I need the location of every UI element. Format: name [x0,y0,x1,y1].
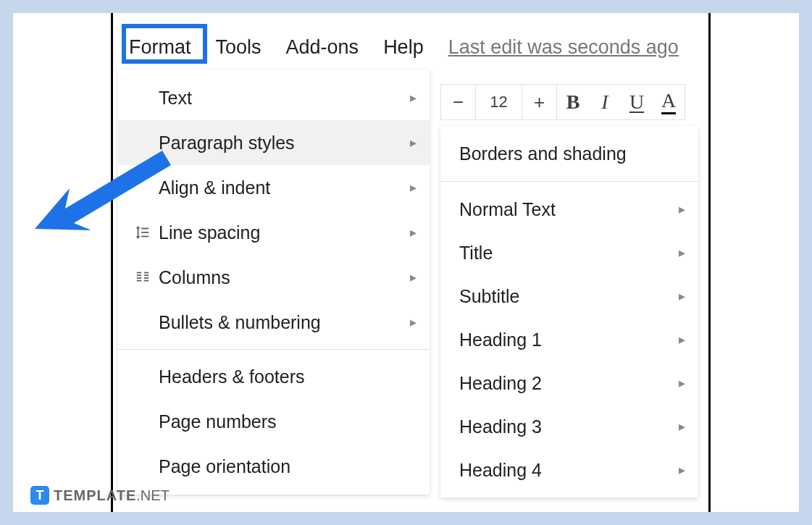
columns-icon [127,269,159,285]
underline-button[interactable]: U [621,85,653,119]
menubar: Format Tools Add-ons Help Last edit was … [123,33,685,62]
watermark-logo-icon: T [30,486,49,505]
bold-button[interactable]: B [557,85,589,119]
submenu-item-title[interactable]: Title ▸ [440,231,698,274]
submenu-arrow-icon: ▸ [410,224,417,240]
menu-item-headers-footers[interactable]: Headers & footers [118,354,430,399]
menu-label: Heading 2 [459,373,679,394]
margin-line-left [111,13,113,512]
submenu-arrow-icon: ▸ [679,375,685,391]
submenu-arrow-icon: ▸ [410,314,417,330]
menu-label: Text [159,88,410,109]
submenu-item-subtitle[interactable]: Subtitle ▸ [440,274,698,318]
last-edit-link[interactable]: Last edit was seconds ago [443,33,685,62]
font-size-input[interactable]: 12 [476,85,522,119]
submenu-arrow-icon: ▸ [679,419,685,434]
menu-item-text[interactable]: Text ▸ [118,75,430,120]
submenu-arrow-icon: ▸ [410,180,417,196]
menu-divider [440,181,698,182]
menu-label: Align & indent [159,177,410,198]
submenu-arrow-icon: ▸ [679,201,685,217]
menu-label: Page orientation [159,456,417,477]
submenu-arrow-icon: ▸ [410,90,417,106]
submenu-arrow-icon: ▸ [679,332,685,348]
submenu-arrow-icon: ▸ [679,245,685,261]
font-size-decrease-button[interactable]: − [441,85,476,119]
italic-button[interactable]: I [589,85,621,119]
menu-label: Columns [159,267,410,288]
format-dropdown-menu: Text ▸ Paragraph styles ▸ Align & indent… [118,70,430,495]
menu-label: Bullets & numbering [159,312,410,333]
menu-addons[interactable]: Add-ons [280,33,365,62]
submenu-item-heading-4[interactable]: Heading 4 ▸ [440,448,698,492]
app-frame: − 12 + B I U A Format Tools Add-ons Help… [13,13,799,512]
menu-item-line-spacing[interactable]: Line spacing ▸ [118,210,430,255]
menu-label: Heading 1 [459,329,679,350]
menu-item-page-orientation[interactable]: Page orientation [118,444,430,489]
menu-item-columns[interactable]: Columns ▸ [118,255,430,300]
menu-help[interactable]: Help [377,33,430,62]
menu-item-paragraph-styles[interactable]: Paragraph styles ▸ [118,120,430,165]
watermark-rest: .NET [136,487,169,503]
paragraph-styles-submenu: Borders and shading Normal Text ▸ Title … [440,126,698,497]
submenu-arrow-icon: ▸ [410,135,417,151]
menu-label: Heading 4 [459,460,679,481]
text-color-button[interactable]: A [653,85,685,119]
margin-line-right [708,13,711,512]
menu-label: Paragraph styles [159,133,410,154]
menu-label: Normal Text [459,199,679,220]
submenu-item-heading-2[interactable]: Heading 2 ▸ [440,361,698,405]
watermark: T TEMPLATE.NET [30,486,169,505]
font-size-increase-button[interactable]: + [522,85,557,119]
menu-item-page-numbers[interactable]: Page numbers [118,399,430,444]
menu-label: Line spacing [159,222,410,243]
menu-label: Heading 3 [459,416,679,437]
line-spacing-icon [127,224,159,240]
menu-label: Borders and shading [459,143,685,164]
menu-label: Title [459,243,679,264]
formatting-toolbar: − 12 + B I U A [440,84,685,120]
menu-tools[interactable]: Tools [210,33,267,62]
submenu-arrow-icon: ▸ [679,288,685,304]
menu-format[interactable]: Format [123,33,197,62]
submenu-item-borders-shading[interactable]: Borders and shading [440,132,698,175]
menu-item-bullets-numbering[interactable]: Bullets & numbering ▸ [118,300,430,345]
submenu-item-heading-3[interactable]: Heading 3 ▸ [440,405,698,448]
submenu-item-normal-text[interactable]: Normal Text ▸ [440,188,698,231]
submenu-arrow-icon: ▸ [410,269,417,285]
menu-label: Subtitle [459,286,679,307]
menu-divider [118,349,430,350]
submenu-arrow-icon: ▸ [679,462,685,478]
menu-label: Headers & footers [159,366,417,387]
watermark-bold: TEMPLATE [54,487,136,503]
submenu-item-heading-1[interactable]: Heading 1 ▸ [440,318,698,361]
menu-label: Page numbers [159,411,417,432]
menu-item-align-indent[interactable]: Align & indent ▸ [118,165,430,210]
